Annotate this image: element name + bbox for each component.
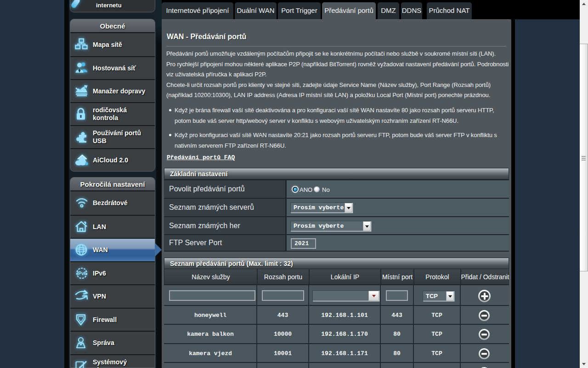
svg-text:IPv6: IPv6 (77, 271, 87, 276)
